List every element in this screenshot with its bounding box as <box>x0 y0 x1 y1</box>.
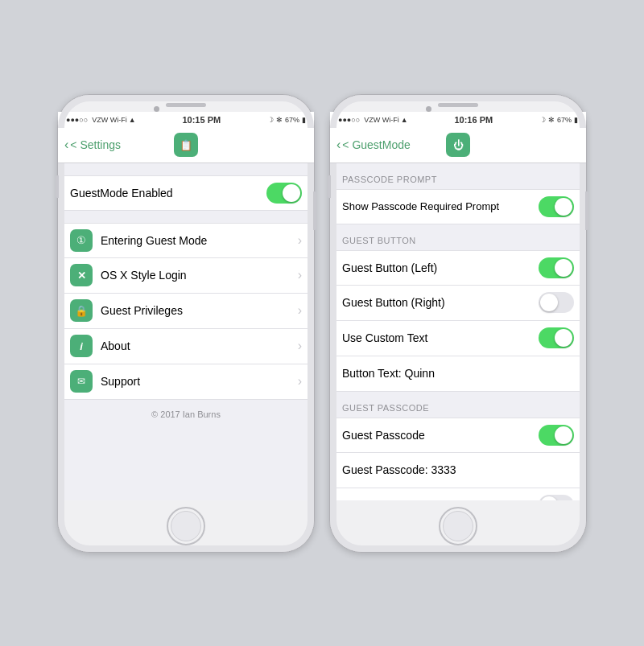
row-use-custom-text[interactable]: Use Custom Text <box>330 321 586 356</box>
home-button-1[interactable] <box>167 507 205 545</box>
back-button-2[interactable]: ‹ < GuestMode <box>336 138 411 152</box>
guest-btn-right-label: Guest Button (Right) <box>342 296 539 309</box>
any-incorrect-toggle[interactable] <box>539 495 574 500</box>
signal-1: ●●●○○ <box>66 116 88 124</box>
button-text-label: Button Text: Quinn <box>342 367 574 380</box>
row-button-text: Button Text: Quinn <box>330 356 586 392</box>
section-guest-passcode: Guest Passcode Guest Passcode: 3333 Any … <box>330 418 586 500</box>
row-guest-button-right[interactable]: Guest Button (Right) <box>330 286 586 321</box>
status-right-2: ☽ ✻ 67% ▮ <box>539 116 578 124</box>
row-entering-guest-mode[interactable]: ① Entering Guest Mode › <box>58 223 314 258</box>
toggle-thumb <box>555 426 572 444</box>
back-chevron-2: ‹ <box>336 138 341 152</box>
support-icon: ✉ <box>70 370 93 393</box>
section-header-guest-passcode: GUEST PASSCODE <box>330 392 586 418</box>
camera-dot-1 <box>154 106 159 112</box>
section-menu: ① Entering Guest Mode › ✕ OS X Style Log… <box>58 223 314 400</box>
phone-top-1 <box>58 95 314 112</box>
time-2: 10:16 PM <box>454 115 493 125</box>
back-button-1[interactable]: ‹ < Settings <box>64 138 121 152</box>
guest-btn-right-toggle[interactable] <box>539 292 574 313</box>
time-1: 10:15 PM <box>182 115 221 125</box>
screen-2: PASSCODE PROMPT Show Passcode Required P… <box>330 163 586 500</box>
row-osx-login[interactable]: ✕ OS X Style Login › <box>58 258 314 294</box>
privileges-label: Guest Privileges <box>101 304 298 317</box>
home-inner-1 <box>171 511 201 541</box>
home-inner-2 <box>443 511 473 541</box>
carrier-1: VZW Wi-Fi <box>92 116 126 124</box>
chevron-privileges: › <box>298 303 302 318</box>
copyright: © 2017 Ian Burns <box>58 400 314 429</box>
guest-passcode-label: Guest Passcode <box>342 429 539 442</box>
chevron-osx: › <box>298 268 302 282</box>
toggle-thumb <box>555 259 572 277</box>
side-button-right-2 <box>585 191 588 230</box>
guest-passcode-toggle[interactable] <box>539 425 574 446</box>
back-label-1[interactable]: < Settings <box>70 138 121 151</box>
camera-dot-2 <box>426 106 431 112</box>
battery-icon-2: ▮ <box>574 116 578 124</box>
row-show-passcode-prompt[interactable]: Show Passcode Required Prompt <box>330 189 586 224</box>
row-guestmode-enabled[interactable]: GuestMode Enabled <box>58 175 314 211</box>
guest-btn-left-toggle[interactable] <box>539 257 574 278</box>
side-button-right-1 <box>313 191 316 230</box>
chevron-support: › <box>298 374 302 389</box>
toggle-thumb <box>540 496 558 500</box>
section-main: GuestMode Enabled <box>58 175 314 211</box>
nav-bar-1: ‹ < Settings 📋 <box>58 128 314 163</box>
row-guest-button-left[interactable]: Guest Button (Left) <box>330 250 586 286</box>
app-icon-symbol-1: 📋 <box>180 139 192 151</box>
app-icon-1: 📋 <box>174 133 198 157</box>
chevron-about: › <box>298 339 302 353</box>
status-bar-1: ●●●○○ VZW Wi-Fi ▲ 10:15 PM ☽ ✻ 67% ▮ <box>58 112 314 128</box>
wifi-icon-2: ▲ <box>401 116 408 124</box>
section-header-guest-button: GUEST BUTTON <box>330 224 586 250</box>
battery-text-2: 67% <box>557 116 572 124</box>
back-chevron-1: ‹ <box>64 138 68 152</box>
speaker-2 <box>438 103 478 107</box>
status-bar-2: ●●●○○ VZW Wi-Fi ▲ 10:16 PM ☽ ✻ 67% ▮ <box>330 112 586 128</box>
back-label-2[interactable]: < GuestMode <box>342 138 410 151</box>
toggle-thumb <box>540 294 558 311</box>
guest-passcode-value-label: Guest Passcode: 3333 <box>342 463 574 476</box>
app-icon-symbol-2: ⏻ <box>453 139 464 151</box>
status-left-2: ●●●○○ VZW Wi-Fi ▲ <box>338 116 408 124</box>
section-guest-button: Guest Button (Left) Guest Button (Right)… <box>330 250 586 392</box>
row-guest-privileges[interactable]: 🔒 Guest Privileges › <box>58 294 314 329</box>
osx-label: OS X Style Login <box>101 269 298 282</box>
phone-top-2 <box>330 95 586 112</box>
guestmode-enabled-toggle[interactable] <box>266 183 302 204</box>
row-support[interactable]: ✉ Support › <box>58 364 314 400</box>
row-guest-passcode[interactable]: Guest Passcode <box>330 418 586 453</box>
phone-2: ●●●○○ VZW Wi-Fi ▲ 10:16 PM ☽ ✻ 67% ▮ ‹ <… <box>329 94 587 553</box>
side-button-left-1 <box>56 175 59 198</box>
show-passcode-toggle[interactable] <box>539 196 574 217</box>
moon-icon-2: ☽ <box>539 116 546 124</box>
section-header-passcode-prompt: PASSCODE PROMPT <box>330 163 586 189</box>
guestmode-enabled-label: GuestMode Enabled <box>70 187 266 200</box>
row-guest-passcode-value: Guest Passcode: 3333 <box>330 453 586 488</box>
screen-1: GuestMode Enabled ① Entering Guest Mode … <box>58 163 314 500</box>
toggle-thumb <box>283 184 300 202</box>
side-button-left-2 <box>328 175 331 198</box>
osx-icon: ✕ <box>70 264 93 286</box>
signal-2: ●●●○○ <box>338 116 360 124</box>
custom-text-toggle[interactable] <box>539 327 574 348</box>
toggle-thumb <box>555 329 572 347</box>
privileges-icon: 🔒 <box>70 299 93 322</box>
wifi-icon-1: ▲ <box>129 116 136 124</box>
about-label: About <box>101 339 298 352</box>
status-right-1: ☽ ✻ 67% ▮ <box>267 116 306 124</box>
battery-text-1: 67% <box>285 116 299 124</box>
entering-guest-label: Entering Guest Mode <box>101 234 298 247</box>
any-incorrect-label: Any Incorrect Passcode <box>342 499 539 500</box>
home-button-2[interactable] <box>439 507 477 545</box>
bluetooth-icon-1: ✻ <box>276 116 283 124</box>
moon-icon-1: ☽ <box>267 116 274 124</box>
about-icon: i <box>70 335 93 357</box>
show-passcode-label: Show Passcode Required Prompt <box>342 200 539 212</box>
row-any-incorrect-passcode[interactable]: Any Incorrect Passcode <box>330 488 586 500</box>
bluetooth-icon-2: ✻ <box>548 116 555 124</box>
row-about[interactable]: i About › <box>58 329 314 364</box>
toggle-thumb <box>555 198 572 216</box>
